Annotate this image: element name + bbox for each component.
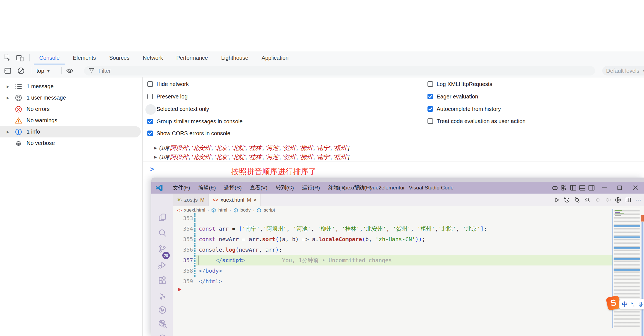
console-array-row[interactable]: ▶(10)['阿坝州', '北安州', '北京', '北院', '桂林', '河… [143,143,644,152]
menu-g[interactable]: 转到(G) [272,182,298,194]
setting-autocomplete-from-history[interactable]: Autocomplete from history [427,106,501,112]
sogou-ime-logo[interactable]: S [606,295,621,311]
console-array-row[interactable]: ▶(10)['阿坝州', '北安州', '北京', '北院', '桂林', '河… [143,152,644,162]
gitlens-icon[interactable] [615,197,621,203]
vscode-title-bar[interactable]: xuexi.html - vue2elementui - Visual Stud… [151,182,644,194]
editor-tab-zos.js[interactable]: JSzos.jsM [173,194,209,206]
code-line[interactable]: 359</html> [173,276,612,286]
git-compare-icon[interactable] [574,197,580,203]
breadcrumb-item[interactable]: xuexi.html [184,207,205,213]
device-toolbar-icon[interactable] [16,54,24,62]
tab-network[interactable]: Network [136,51,170,64]
tab-elements[interactable]: Elements [66,51,102,64]
ime-punctuation[interactable]: °, [631,301,635,308]
code-line[interactable]: 354const arr = ['南宁','阿坝州', '河池', '柳州', … [173,223,612,234]
checkbox[interactable] [147,106,153,112]
code-editor[interactable]: 353354const arr = ['南宁','阿坝州', '河池', '柳州… [173,214,644,336]
breadcrumb-item[interactable]: body [241,207,251,213]
javascript-context-dropdown[interactable]: top ▼ [36,67,51,75]
run-file-icon[interactable] [553,197,560,203]
show-console-sidebar-icon[interactable] [4,67,12,75]
checkbox[interactable] [147,119,153,124]
timeline-history-icon[interactable] [564,197,570,203]
checkbox[interactable] [427,94,433,99]
minimize-button[interactable] [601,184,608,191]
sidebar-item-no-verbose[interactable]: No verbose [0,137,142,149]
menu-v[interactable]: 查看(V) [246,182,272,194]
toggle-sidebar-icon[interactable] [570,184,577,191]
live-expression-eye-icon[interactable] [66,67,74,75]
sidebar-item-no-warnings[interactable]: No warnings [0,115,142,126]
expand-chevron-icon[interactable]: ▶ [7,85,9,88]
live-server-icon[interactable] [158,292,167,301]
breadcrumb-item[interactable]: html [218,207,227,213]
menu-e[interactable]: 编辑(E) [194,182,220,194]
log-levels-dropdown[interactable]: Default levels ▼ [602,66,644,75]
sidebar-item-no-errors[interactable]: No errors [0,103,142,115]
filter-input[interactable] [98,67,265,74]
more-actions-icon[interactable]: ⋯ [635,197,642,203]
search-commits-icon[interactable] [584,197,591,203]
tab-performance[interactable]: Performance [170,51,215,64]
setting-group-similar-messages-in-console[interactable]: Group similar messages in console [147,118,243,125]
ime-chinese-mode[interactable]: 中 [622,301,628,308]
run-debug-icon[interactable] [158,261,167,269]
copilot-icon[interactable] [551,184,559,191]
microphone-icon[interactable] [638,301,644,308]
menu-r[interactable]: 运行(R) [298,182,324,194]
inspect-element-icon[interactable] [3,54,11,62]
checkbox[interactable] [147,131,153,136]
code-line[interactable]: 353 [173,213,612,223]
expand-chevron-icon[interactable]: ▶ [7,96,9,100]
toggle-panel-icon[interactable] [579,184,586,191]
toggle-secondary-sidebar-icon[interactable] [588,184,595,191]
menu-t[interactable]: 终端(T) [324,182,350,194]
timeline-clock-icon[interactable] [158,334,167,336]
setting-hide-network[interactable]: Hide network [147,81,189,87]
expand-chevron-icon[interactable]: ▶ [154,155,157,159]
checkbox[interactable] [147,94,153,99]
git-graph-icon[interactable] [158,306,167,314]
sidebar-item-1-user-message[interactable]: ▶1 user message [0,92,142,103]
git-history-icon[interactable] [158,319,167,328]
explorer-icon[interactable] [158,213,167,222]
sidebar-divider[interactable] [142,77,143,336]
layout-customize-icon[interactable] [560,184,568,191]
setting-treat-code-evaluation-as-user-action[interactable]: Treat code evaluation as user action [427,118,526,124]
editor-tab-xuexi.html[interactable]: <>xuexi.htmlM× [209,194,261,206]
tab-console[interactable]: Console [33,51,66,64]
menu-h[interactable]: 帮助(H) [350,182,376,194]
breadcrumb-item[interactable]: script [264,207,275,213]
code-line[interactable]: 358</body> [173,265,612,276]
tab-application[interactable]: Application [255,51,295,64]
clear-console-icon[interactable] [17,67,25,75]
checkbox[interactable] [427,81,433,87]
setting-log-xmlhttprequests[interactable]: Log XMLHttpRequests [427,81,492,87]
checkbox[interactable] [147,81,153,87]
setting-selected-context-only[interactable]: Selected context only [147,106,209,112]
console-prompt-chevron[interactable]: > [150,166,154,173]
menu-s[interactable]: 选择(S) [220,182,246,194]
close-tab-icon[interactable]: × [254,197,257,203]
setting-eager-evaluation[interactable]: Eager evaluation [427,93,478,100]
expand-chevron-icon[interactable]: ▶ [7,130,9,134]
scrollbar-thumb[interactable] [642,222,643,336]
menu-f[interactable]: 文件(F) [169,182,194,194]
code-line[interactable]: 357 </script>You, 1分钟前 • Uncommitted cha… [173,255,612,265]
maximize-button[interactable] [616,184,623,191]
sidebar-item-1-message[interactable]: ▶1 message [0,81,142,92]
sidebar-item-1-info[interactable]: ▶1 info [0,126,141,137]
extensions-icon[interactable] [158,276,167,285]
checkbox[interactable] [427,118,433,124]
close-button[interactable] [632,184,639,191]
code-line[interactable]: 355const newArr = arr.sort((a, b) => a.l… [173,234,612,244]
checkbox[interactable] [427,106,433,112]
tab-sources[interactable]: Sources [103,51,136,64]
expand-chevron-icon[interactable]: ▶ [154,146,157,150]
tab-lighthouse[interactable]: Lighthouse [215,51,255,64]
setting-show-cors-errors-in-console[interactable]: Show CORS errors in console [147,130,230,137]
search-icon[interactable] [158,228,167,237]
split-editor-icon[interactable] [625,197,632,203]
code-line[interactable]: 356console.log(newArr, arr); [173,244,612,255]
setting-preserve-log[interactable]: Preserve log [147,93,187,100]
